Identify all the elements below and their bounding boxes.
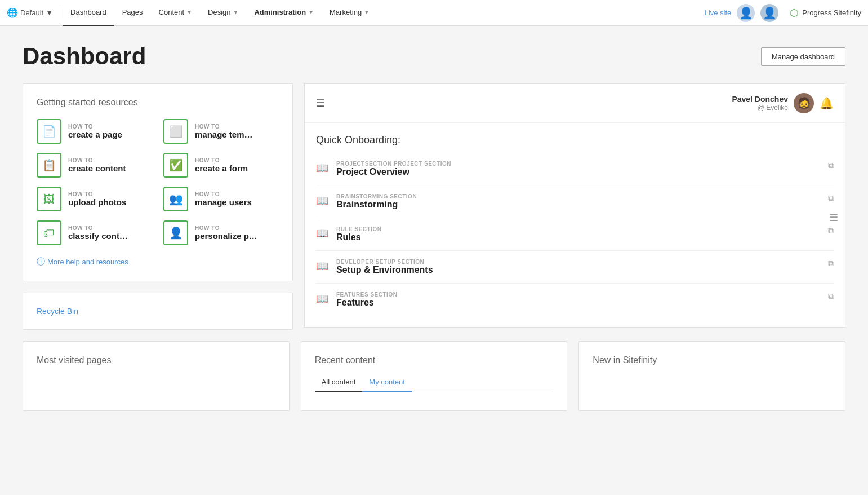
ob-title-1: Brainstorming (336, 200, 820, 210)
dashboard-grid: Getting started resources 📄 HOW TO creat… (23, 83, 845, 330)
administration-chevron-icon: ▼ (308, 9, 314, 15)
new-in-sitefinity-card: New in Sitefinity (578, 341, 845, 411)
onboarding-item-2[interactable]: 📖 RULE SECTION Rules ⧉ (316, 218, 834, 251)
tab-my-content[interactable]: My content (362, 374, 412, 392)
howto-title-4: upload photos (68, 197, 126, 207)
howto-item-3[interactable]: ✅ HOW TO create a form (163, 153, 279, 178)
more-help-link[interactable]: ⓘ More help and resources (37, 257, 279, 267)
howto-icon-7: 👤 (163, 220, 188, 245)
howto-item-6[interactable]: 🏷 HOW TO classify cont… (37, 220, 152, 245)
howto-icon-0: 📄 (37, 119, 61, 144)
howto-label-5: HOW TO (195, 191, 252, 197)
howto-item-2[interactable]: 📋 HOW TO create content (37, 153, 152, 178)
howto-item-4[interactable]: 🖼 HOW TO upload photos (37, 187, 152, 211)
user-avatar-2[interactable]: 👤 (760, 4, 778, 22)
manage-dashboard-button[interactable]: Manage dashboard (761, 47, 845, 66)
external-link-icon-0[interactable]: ⧉ (828, 161, 834, 170)
howto-label-2: HOW TO (68, 157, 126, 163)
recycle-bin-link[interactable]: Recycle Bin (37, 307, 78, 316)
howto-item-5[interactable]: 👥 HOW TO manage users (163, 187, 279, 211)
ob-section-2: RULE SECTION (336, 226, 820, 232)
page-title-row: Dashboard Manage dashboard (23, 43, 845, 70)
external-link-icon-2[interactable]: ⧉ (828, 226, 834, 236)
book-icon-4: 📖 (316, 293, 328, 305)
bell-icon[interactable]: 🔔 (820, 96, 834, 110)
recycle-bin-card: Recycle Bin (23, 293, 293, 330)
left-column: Getting started resources 📄 HOW TO creat… (23, 83, 293, 330)
book-icon-3: 📖 (316, 260, 328, 272)
book-icon-2: 📖 (316, 227, 328, 240)
tab-all-content[interactable]: All content (315, 374, 363, 392)
brand-name: Default (20, 8, 43, 17)
howto-icon-4: 🖼 (37, 187, 61, 211)
book-icon-0: 📖 (316, 162, 328, 174)
onboarding-panel: ☰ Pavel Donchev @ Eveliko 🧔 🔔 Quick Onbo… (304, 83, 845, 328)
book-icon-1: 📖 (316, 195, 328, 207)
ob-title-4: Features (336, 298, 820, 308)
most-visited-title: Most visited pages (37, 355, 275, 365)
howto-title-0: create a page (68, 130, 122, 139)
topnav-right: Live site 👤 👤 ⬡ Progress Sitefinity (705, 4, 861, 22)
nav-design[interactable]: Design ▼ (200, 0, 246, 26)
sitefinity-logo-icon: ⬡ (790, 7, 799, 19)
howto-icon-2: 📋 (37, 153, 61, 178)
onboarding-user: Pavel Donchev @ Eveliko 🧔 🔔 (732, 93, 834, 113)
external-link-icon-3[interactable]: ⧉ (828, 259, 834, 268)
ob-section-4: FEATURES SECTION (336, 291, 820, 298)
right-column: ☰ Pavel Donchev @ Eveliko 🧔 🔔 Quick Onbo… (304, 83, 845, 330)
howto-item-1[interactable]: ⬜ HOW TO manage tem… (163, 119, 279, 144)
user-name: Pavel Donchev (732, 95, 788, 104)
nav-pages[interactable]: Pages (114, 0, 151, 26)
hamburger-icon[interactable]: ☰ (316, 97, 325, 109)
nav-dashboard[interactable]: Dashboard (63, 0, 114, 26)
user-avatar-1[interactable]: 👤 (737, 4, 755, 22)
bottom-grid: Most visited pages Recent content All co… (23, 341, 845, 411)
main-content: Dashboard Manage dashboard Getting start… (0, 26, 868, 422)
onboarding-title: Quick Onboarding: (305, 123, 845, 153)
getting-started-card: Getting started resources 📄 HOW TO creat… (23, 83, 293, 281)
brand-selector[interactable]: 🌐 Default ▼ (7, 7, 60, 18)
howto-title-6: classify cont… (68, 231, 128, 241)
onboarding-item-0[interactable]: 📖 PROJECTSECTION PROJECT SECTION Project… (316, 153, 834, 185)
ob-title-3: Setup & Environments (336, 265, 820, 275)
howto-title-5: manage users (195, 197, 252, 207)
onboarding-item-3[interactable]: 📖 DEVELOPER SETUP SECTION Setup & Enviro… (316, 251, 834, 284)
onboarding-list: 📖 PROJECTSECTION PROJECT SECTION Project… (305, 153, 845, 327)
content-chevron-icon: ▼ (186, 9, 192, 15)
ob-section-1: BRAINSTORMING SECTION (336, 193, 820, 200)
recent-content-card: Recent content All content My content (301, 341, 568, 411)
nav-content[interactable]: Content ▼ (151, 0, 200, 26)
onboarding-item-4[interactable]: 📖 FEATURES SECTION Features ⧉ (316, 284, 834, 316)
howto-label-4: HOW TO (68, 191, 126, 197)
live-site-link[interactable]: Live site (705, 8, 732, 17)
ob-section-3: DEVELOPER SETUP SECTION (336, 259, 820, 265)
onboarding-header: ☰ Pavel Donchev @ Eveliko 🧔 🔔 (305, 84, 845, 123)
howto-title-2: create content (68, 163, 126, 173)
nav-administration[interactable]: Administration ▼ (246, 0, 322, 26)
howto-icon-3: ✅ (163, 153, 188, 178)
user-avatar: 🧔 (794, 93, 814, 113)
howto-item-7[interactable]: 👤 HOW TO personalize p… (163, 220, 279, 245)
sidebar-menu-icon[interactable]: ☰ (829, 211, 838, 224)
brand-chevron-icon: ▼ (46, 8, 53, 17)
howto-label-0: HOW TO (68, 123, 122, 130)
user-org: @ Eveliko (732, 104, 788, 112)
info-icon: ⓘ (37, 257, 45, 267)
onboarding-item-1[interactable]: 📖 BRAINSTORMING SECTION Brainstorming ⧉ (316, 185, 834, 218)
external-link-icon-4[interactable]: ⧉ (828, 291, 834, 301)
howto-icon-6: 🏷 (37, 220, 61, 245)
howto-item-0[interactable]: 📄 HOW TO create a page (37, 119, 152, 144)
nav-marketing[interactable]: Marketing ▼ (322, 0, 377, 26)
new-in-sitefinity-title: New in Sitefinity (593, 355, 831, 365)
external-link-icon-1[interactable]: ⧉ (828, 193, 834, 203)
getting-started-title: Getting started resources (37, 98, 279, 108)
howto-label-6: HOW TO (68, 225, 128, 231)
howto-icon-1: ⬜ (163, 119, 188, 144)
howto-grid: 📄 HOW TO create a page ⬜ HOW TO manage t… (37, 119, 279, 245)
user-info: Pavel Donchev @ Eveliko (732, 95, 788, 112)
ob-section-0: PROJECTSECTION PROJECT SECTION (336, 161, 820, 167)
globe-icon: 🌐 (7, 7, 18, 18)
howto-title-3: create a form (195, 163, 248, 173)
top-navigation: 🌐 Default ▼ Dashboard Pages Content ▼ De… (0, 0, 868, 26)
ob-title-0: Project Overview (336, 167, 820, 177)
